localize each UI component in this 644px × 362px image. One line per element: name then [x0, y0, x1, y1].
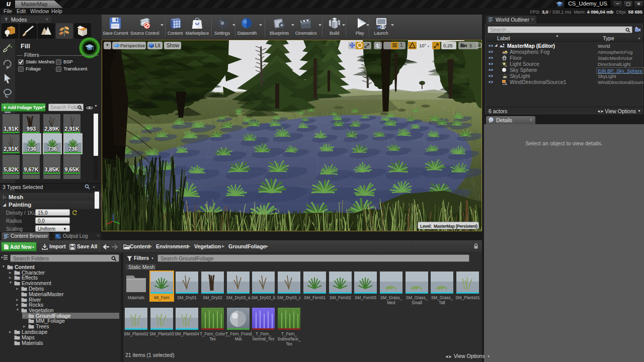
svg-text:SKY: SKY	[503, 76, 507, 79]
svg-text:i: i	[491, 118, 492, 122]
